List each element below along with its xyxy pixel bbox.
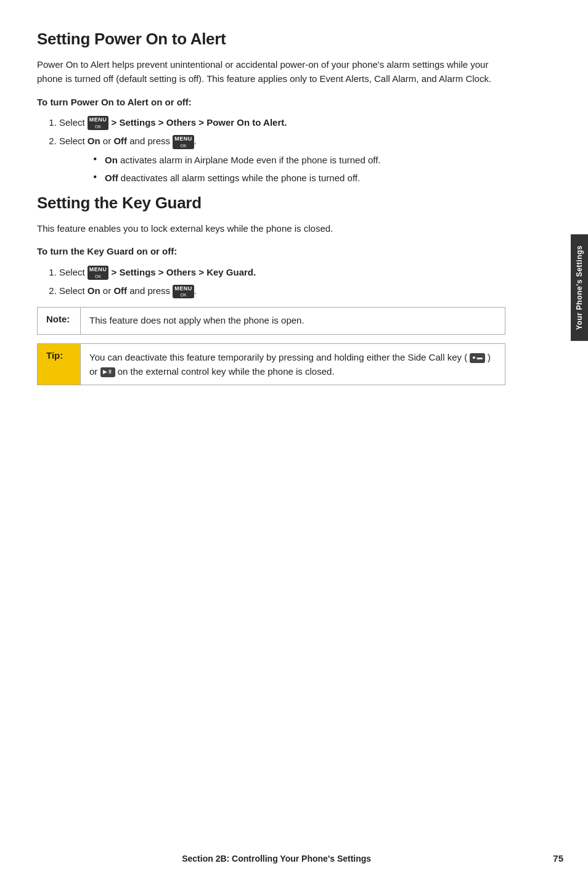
section2-title: Setting the Key Guard xyxy=(37,194,505,213)
bullet1-on: On activates alarm in Airplane Mode even… xyxy=(96,153,505,167)
footer-section-label: Section 2B: Controlling Your Phone's Set… xyxy=(25,854,528,864)
menu-icon-1: MENUOK xyxy=(88,116,109,130)
tip-box: Tip: You can deactivate this feature tem… xyxy=(37,343,505,386)
step2-press: and press xyxy=(127,285,173,296)
menu-icon-3: MENUOK xyxy=(88,266,109,280)
play-pause-icon: ▶⏸ xyxy=(100,367,115,377)
note-content: This feature does not apply when the pho… xyxy=(81,308,313,334)
step1-press: and press xyxy=(127,136,173,146)
step1-on: On xyxy=(88,136,100,146)
step2-on: On xyxy=(88,285,100,296)
section1-instruction: To turn Power On to Alert on or off: xyxy=(37,95,505,109)
bullet1-on-text: activates alarm in Airplane Mode even if… xyxy=(118,155,381,165)
footer: Section 2B: Controlling Your Phone's Set… xyxy=(0,853,588,864)
step2-path: > Settings > Others > Key Guard. xyxy=(112,267,256,277)
step1-select2: Select xyxy=(59,136,88,146)
bullet1-on-label: On xyxy=(105,155,118,165)
step2-item2: Select On or Off and press MENUOK. xyxy=(59,284,505,298)
section2-intro: This feature enables you to lock externa… xyxy=(37,221,505,235)
step1-item1: Select MENUOK > Settings > Others > Powe… xyxy=(59,115,505,130)
tip-label: Tip: xyxy=(38,344,81,385)
section1-title: Setting Power On to Alert xyxy=(37,30,505,49)
step2-select-label: Select xyxy=(59,267,88,277)
tip-text-3: on the external control key while the ph… xyxy=(118,366,335,377)
tip-content: You can deactivate this feature temporar… xyxy=(81,344,505,385)
step1-off: Off xyxy=(113,136,127,146)
step1-select-label: Select xyxy=(59,117,88,128)
note-box: Note: This feature does not apply when t… xyxy=(37,307,505,335)
step2-off: Off xyxy=(113,285,127,296)
step2-select2: Select xyxy=(59,285,88,296)
side-tab: Your Phone's Settings xyxy=(571,234,588,341)
step1-or: or xyxy=(100,136,114,146)
tip-text-1: You can deactivate this feature temporar… xyxy=(89,352,467,362)
section2-instruction: To turn the Key Guard on or off: xyxy=(37,244,505,258)
step2-or: or xyxy=(100,285,114,296)
bullet1-off-text: deactivates all alarm settings while the… xyxy=(118,173,360,183)
step2-item1: Select MENUOK > Settings > Others > Key … xyxy=(59,265,505,280)
footer-page-number: 75 xyxy=(553,853,563,864)
menu-icon-2: MENUOK xyxy=(173,135,194,149)
step1-path: > Settings > Others > Power On to Alert. xyxy=(112,117,287,128)
note-label: Note: xyxy=(38,308,81,334)
menu-icon-4: MENUOK xyxy=(173,285,194,299)
call-key-icon: ● ▬ xyxy=(470,353,484,363)
bullet1-off: Off deactivates all alarm settings while… xyxy=(96,171,505,185)
step1-item2: Select On or Off and press MENUOK. On ac… xyxy=(59,134,505,185)
bullet1-off-label: Off xyxy=(105,173,118,183)
section1-intro: Power On to Alert helps prevent unintent… xyxy=(37,57,505,86)
